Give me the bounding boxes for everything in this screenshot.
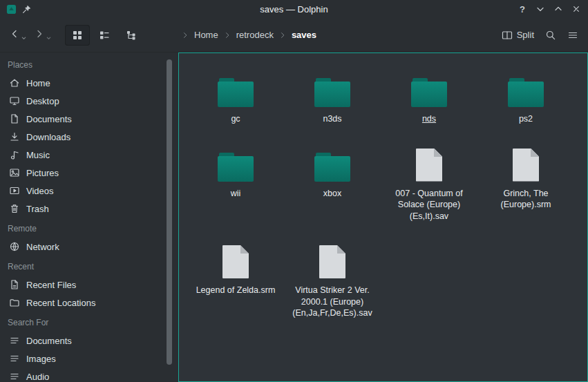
sidebar-item-pictures[interactable]: Pictures xyxy=(0,164,160,182)
sidebar-item-trash[interactable]: Trash xyxy=(0,200,160,218)
scrollbar-handle[interactable] xyxy=(167,59,172,365)
folder-item-wii[interactable]: wii xyxy=(187,136,284,233)
item-label: gc xyxy=(231,113,240,125)
sidebar-item-label: Videos xyxy=(26,186,54,196)
sidebar-item-label: Documents xyxy=(26,114,72,124)
sidebar-item-home[interactable]: Home xyxy=(0,74,160,92)
folder-item-n3ds[interactable]: n3ds xyxy=(284,61,381,136)
item-label: wii xyxy=(231,188,241,200)
pin-icon[interactable] xyxy=(21,4,32,15)
sidebar-item-videos[interactable]: Videos xyxy=(0,182,160,200)
sidebar-item-recent-files[interactable]: Recent Files xyxy=(0,276,160,294)
places-panel: PlacesHomeDesktopDocumentsDownloadsMusic… xyxy=(0,52,160,382)
item-label: Grinch, The (Europe).srm xyxy=(481,188,571,211)
file-item-virtua-striker-2-ver-2000-1-europe-en-ja-fr-de-es-sav[interactable]: Virtua Striker 2 Ver. 2000.1 (Europe) (E… xyxy=(284,233,381,330)
file-icon xyxy=(513,143,539,182)
maximize-button[interactable] xyxy=(553,3,564,15)
minimize-button[interactable] xyxy=(535,3,546,15)
forward-dropdown-caret-icon[interactable] xyxy=(46,35,52,41)
file-item-grinch-the-europe-srm[interactable]: Grinch, The (Europe).srm xyxy=(477,136,574,233)
toolbar: Homeretrodecksaves Split xyxy=(0,18,588,52)
folder-item-xbox[interactable]: xbox xyxy=(284,136,381,233)
item-label: Virtua Striker 2 Ver. 2000.1 (Europe) (E… xyxy=(287,285,377,319)
item-label: ps2 xyxy=(519,113,533,125)
folder-item-nds[interactable]: nds xyxy=(381,61,477,136)
file-icon xyxy=(319,240,345,278)
dolphin-window: { "window": { "title": "saves — Dolphin"… xyxy=(0,0,588,382)
help-button[interactable]: ? xyxy=(517,3,528,15)
arrow-right-icon xyxy=(34,28,45,41)
sidebar-section-title: Remote xyxy=(0,218,160,238)
icons-view-button[interactable] xyxy=(65,25,90,46)
sidebar-section-title: Recent xyxy=(0,256,160,276)
recent-location-icon xyxy=(9,297,20,308)
file-item-legend-of-zelda-srm[interactable]: Legend of Zelda.srm xyxy=(187,233,284,330)
item-label: xbox xyxy=(323,188,341,200)
folder-item-gc[interactable]: gc xyxy=(187,61,284,136)
breadcrumb-item[interactable]: saves xyxy=(292,30,316,40)
breadcrumb-item[interactable]: retrodeck xyxy=(236,30,274,40)
file-grid: gcn3dsndsps2wiixbox007 - Quantum of Sola… xyxy=(187,61,587,330)
sidebar-item-label: Downloads xyxy=(26,132,70,142)
file-icon xyxy=(222,240,249,278)
sidebar-item-recent-locations[interactable]: Recent Locations xyxy=(0,294,160,312)
folder-icon xyxy=(218,68,254,107)
sidebar-item-label: Pictures xyxy=(26,168,59,178)
back-button[interactable] xyxy=(7,25,29,45)
folder-icon xyxy=(218,143,254,182)
item-label: Legend of Zelda.srm xyxy=(196,285,276,296)
sidebar-item-label: Recent Locations xyxy=(26,298,95,308)
split-button[interactable]: Split xyxy=(502,30,534,41)
list-icon xyxy=(9,335,20,346)
sidebar-item-audio[interactable]: Audio xyxy=(0,367,160,382)
sidebar-item-documents[interactable]: Documents xyxy=(0,332,160,350)
folder-icon xyxy=(314,68,350,107)
video-icon xyxy=(9,185,20,196)
back-dropdown-caret-icon[interactable] xyxy=(21,35,27,41)
sidebar-item-downloads[interactable]: Downloads xyxy=(0,128,160,146)
breadcrumb-item[interactable]: Home xyxy=(194,30,218,40)
network-icon xyxy=(9,241,20,252)
file-item-007-quantum-of-solace-europe-es-it-sav[interactable]: 007 - Quantum of Solace (Europe) (Es,It)… xyxy=(381,136,477,233)
close-button[interactable] xyxy=(571,3,582,15)
view-mode-buttons xyxy=(65,25,144,46)
sidebar-item-documents[interactable]: Documents xyxy=(0,110,160,128)
forward-button[interactable] xyxy=(32,25,54,45)
sidebar-item-network[interactable]: Network xyxy=(0,238,160,256)
file-view[interactable]: gcn3dsndsps2wiixbox007 - Quantum of Sola… xyxy=(178,52,588,382)
sidebar-item-label: Home xyxy=(26,78,50,88)
sidebar-item-label: Music xyxy=(26,150,50,160)
sidebar-section-title: Search For xyxy=(0,312,160,332)
sidebar-item-images[interactable]: Images xyxy=(0,350,160,367)
chevron-right-icon xyxy=(278,31,287,39)
sidebar-item-label: Trash xyxy=(26,204,49,214)
details-view-button[interactable] xyxy=(119,25,144,46)
folder-icon xyxy=(508,68,544,107)
desktop-icon xyxy=(9,95,20,106)
search-icon[interactable] xyxy=(545,30,556,41)
sidebar-item-label: Recent Files xyxy=(26,280,76,290)
arrow-left-icon xyxy=(9,28,20,41)
chevron-right-icon xyxy=(223,31,231,39)
recent-file-icon xyxy=(9,279,20,290)
item-label: 007 - Quantum of Solace (Europe) (Es,It)… xyxy=(384,188,474,222)
folder-item-ps2[interactable]: ps2 xyxy=(477,61,574,136)
compact-view-button[interactable] xyxy=(92,25,117,46)
sidebar-item-label: Desktop xyxy=(26,96,59,106)
home-icon xyxy=(9,77,20,88)
content-area: PlacesHomeDesktopDocumentsDownloadsMusic… xyxy=(0,52,588,382)
trash-icon xyxy=(9,203,20,214)
sidebar-item-desktop[interactable]: Desktop xyxy=(0,92,160,110)
list-icon xyxy=(9,353,20,364)
sidebar-item-label: Audio xyxy=(26,372,49,382)
folder-icon xyxy=(314,143,350,182)
item-label: nds xyxy=(422,113,436,125)
sidebar-item-music[interactable]: Music xyxy=(0,146,160,164)
sidebar-scrollbar xyxy=(160,52,178,382)
window-buttons: ? xyxy=(517,3,582,15)
toolbar-right: Split xyxy=(502,30,581,41)
titlebar[interactable]: saves — Dolphin ? xyxy=(0,0,588,18)
hamburger-menu-icon[interactable] xyxy=(567,30,578,41)
folder-icon xyxy=(411,68,447,107)
image-icon xyxy=(9,167,20,178)
